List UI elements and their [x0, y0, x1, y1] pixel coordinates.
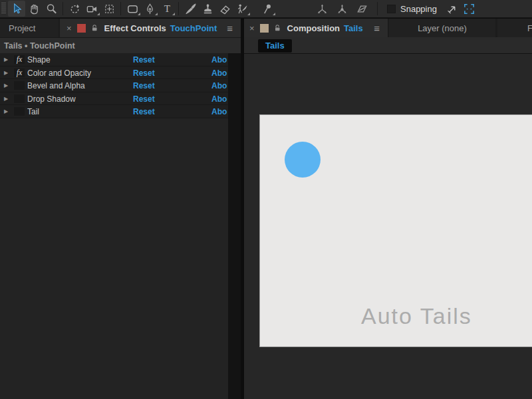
snap-to-button[interactable]: [444, 1, 461, 17]
effect-row-drop-shadow[interactable]: ▶ Drop Shadow Reset Abo: [0, 92, 228, 106]
toolbar-separator: [63, 2, 63, 15]
zoom-tool-button[interactable]: [43, 1, 60, 17]
reset-link[interactable]: Reset: [133, 107, 155, 116]
snap-arrow-icon: [446, 3, 458, 15]
corner-brackets-icon: [463, 3, 475, 15]
effect-name: Shape: [27, 55, 51, 65]
effect-name: Tail: [27, 107, 39, 116]
expand-triangle-icon[interactable]: ▶: [4, 96, 8, 102]
magnifier-icon: [45, 3, 58, 15]
stamp-icon: [201, 3, 214, 15]
scrollbar-gutter[interactable]: [228, 53, 241, 399]
tab-project-label: Project: [9, 23, 35, 33]
right-tabbar: × Composition Tails ≡ Layer (none) F: [244, 19, 532, 37]
roto-brush-tool-button[interactable]: [233, 1, 251, 17]
tab-target-name: TouchPoint: [170, 23, 217, 33]
composition-navigator-bar: Tails: [244, 37, 532, 54]
composition-panel: × Composition Tails ≡ Layer (none) F Tai…: [244, 19, 532, 399]
effect-list: ▶ fx Shape Reset Abo ▶ fx Color and Opac…: [0, 53, 228, 118]
composition-canvas[interactable]: Auto Tails: [260, 115, 532, 346]
tab-footage-partial[interactable]: F: [497, 19, 532, 37]
effect-row-shape[interactable]: ▶ fx Shape Reset Abo: [0, 53, 228, 66]
selection-tool-button[interactable]: [8, 1, 25, 17]
toolbar-separator: [178, 2, 179, 15]
tab-target-name: Tails: [344, 23, 363, 33]
blue-circle-layer[interactable]: [285, 142, 321, 178]
rotation-tool-button[interactable]: [66, 1, 83, 17]
effect-row-tail[interactable]: ▶ Tail Reset Abo: [0, 105, 228, 118]
pan-behind-icon: [103, 3, 116, 15]
rotation-icon: [68, 3, 81, 15]
effect-name: Color and Opacity: [27, 68, 91, 78]
about-link[interactable]: Abo: [211, 55, 227, 65]
fx-toggle[interactable]: [14, 94, 25, 103]
panel-menu-icon[interactable]: ≡: [374, 23, 388, 34]
unlock-icon[interactable]: [90, 24, 98, 32]
eraser-icon: [219, 3, 231, 15]
shape-tool-button[interactable]: [124, 1, 141, 17]
effect-row-bevel-alpha[interactable]: ▶ Bevel and Alpha Reset Abo: [0, 79, 228, 92]
about-link[interactable]: Abo: [211, 107, 227, 116]
close-icon[interactable]: ×: [249, 23, 255, 33]
fx-toggle[interactable]: [14, 107, 25, 116]
fx-toggle[interactable]: fx: [14, 55, 25, 64]
toolbar-separator: [120, 2, 121, 15]
tab-title: Composition: [287, 23, 340, 33]
hand-tool-button[interactable]: [25, 1, 43, 17]
composition-breadcrumb[interactable]: Tails: [258, 39, 292, 53]
eraser-tool-button[interactable]: [216, 1, 233, 17]
fx-toggle[interactable]: [14, 81, 25, 90]
canvas-text: Auto Tails: [361, 303, 472, 329]
roto-brush-icon: [236, 3, 249, 15]
expand-triangle-icon[interactable]: ▶: [4, 57, 8, 63]
snapping-checkbox[interactable]: [387, 5, 396, 13]
snapping-label: Snapping: [400, 4, 437, 14]
toolbar: T Snapping: [0, 0, 532, 18]
about-link[interactable]: Abo: [211, 68, 227, 78]
pan-behind-tool-button[interactable]: [100, 1, 118, 17]
effect-controls-panel: Project × Effect Controls TouchPoint ≡ T…: [0, 19, 241, 399]
reset-link[interactable]: Reset: [133, 68, 155, 78]
local-axis-mode-button[interactable]: [313, 1, 331, 17]
effect-controls-breadcrumb: Tails • TouchPoint: [0, 37, 241, 53]
expand-triangle-icon[interactable]: ▶: [4, 108, 8, 114]
stamp-tool-button[interactable]: [199, 1, 216, 17]
tab-layer-label: Layer (none): [418, 23, 467, 33]
effect-row-color-opacity[interactable]: ▶ fx Color and Opacity Reset Abo: [0, 66, 228, 80]
type-tool-button[interactable]: T: [158, 1, 176, 17]
view-axis-mode-button[interactable]: [353, 1, 370, 17]
tab-composition[interactable]: × Composition Tails ≡: [244, 19, 388, 37]
reset-link[interactable]: Reset: [133, 81, 155, 90]
composition-viewport[interactable]: Auto Tails: [244, 55, 532, 399]
rounded-rect-icon: [126, 3, 139, 15]
expand-triangle-icon[interactable]: ▶: [4, 70, 8, 76]
tab-effect-controls[interactable]: × Effect Controls TouchPoint ≡: [60, 19, 241, 37]
about-link[interactable]: Abo: [211, 94, 227, 104]
local-axis-icon: [316, 3, 329, 15]
camera-icon: [86, 3, 98, 15]
region-of-interest-button[interactable]: [461, 1, 478, 17]
toolbar-grip[interactable]: [1, 3, 6, 15]
selection-arrow-icon: [11, 3, 23, 15]
panel-menu-icon[interactable]: ≡: [227, 23, 241, 34]
pen-tool-button[interactable]: [141, 1, 158, 17]
reset-link[interactable]: Reset: [133, 55, 155, 65]
camera-tool-button[interactable]: [83, 1, 100, 17]
unlock-icon[interactable]: [273, 24, 281, 32]
puppet-pin-icon: [261, 3, 274, 15]
tab-project[interactable]: Project: [0, 19, 59, 37]
world-axis-mode-button[interactable]: [333, 1, 350, 17]
tab-layer[interactable]: Layer (none): [389, 19, 495, 37]
about-link[interactable]: Abo: [211, 81, 227, 90]
fx-toggle[interactable]: fx: [14, 68, 25, 77]
reset-link[interactable]: Reset: [133, 94, 155, 104]
close-icon[interactable]: ×: [66, 23, 72, 33]
panel-color-swatch: [77, 24, 86, 33]
brush-tool-button[interactable]: [182, 1, 199, 17]
puppet-pin-tool-button[interactable]: [259, 1, 276, 17]
view-axis-icon: [356, 3, 368, 15]
toolbar-separator: [377, 2, 378, 15]
hand-icon: [28, 3, 41, 15]
effect-name: Bevel and Alpha: [27, 81, 85, 90]
expand-triangle-icon[interactable]: ▶: [4, 82, 8, 88]
